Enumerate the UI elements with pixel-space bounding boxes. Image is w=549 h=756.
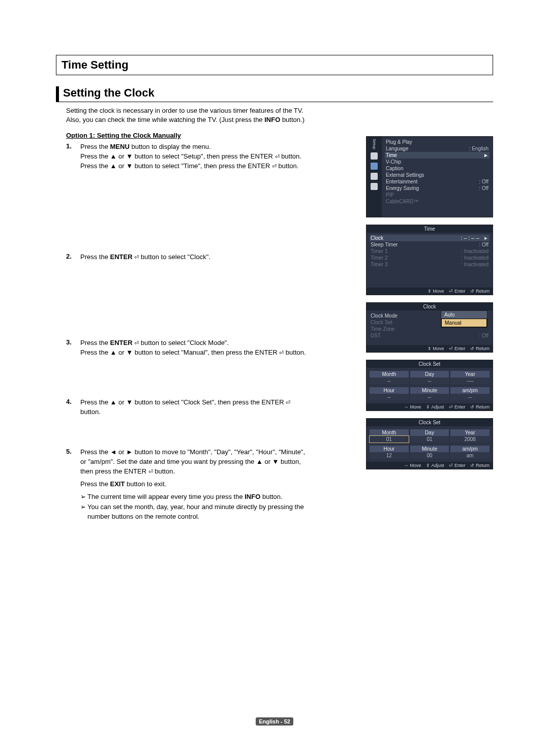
chevron-right-icon: ►: [483, 235, 489, 241]
sidebar-icon: [371, 152, 378, 160]
footer-hint: ↺ Return: [470, 404, 490, 410]
clockset-value[interactable]: --: [450, 394, 490, 400]
osd-clockset-filled: Clock Set Month01Day01Year2008 Hour12Min…: [366, 418, 493, 469]
enter-icon: ⏎: [286, 399, 290, 407]
popup-option-manual[interactable]: Manual: [441, 319, 487, 327]
menu-row[interactable]: Time►: [385, 152, 490, 159]
menu-row[interactable]: Caption: [385, 165, 490, 172]
step-3: 3. Press the ENTER ⏎ button to select "C…: [66, 338, 310, 358]
menu-row[interactable]: Sleep Timer: Off: [370, 241, 490, 248]
clockset-label: Day: [410, 371, 449, 377]
clockset-value[interactable]: 2008: [450, 436, 490, 443]
step-2: 2. Press the ENTER ⏎ button to select "C…: [66, 253, 310, 262]
clockset-label: Year: [450, 429, 490, 436]
clockset-label: Month: [370, 371, 409, 377]
menu-row[interactable]: CableCARD™: [385, 198, 490, 205]
menu-row[interactable]: External Settings: [385, 172, 490, 178]
sidebar-icon: [371, 173, 378, 180]
enter-icon: ⏎: [134, 254, 139, 262]
clockset-value[interactable]: 00: [410, 452, 449, 459]
enter-icon: ⏎: [275, 153, 280, 161]
osd-time-menu: Time Clock: -- : -- --►Sleep Timer: OffT…: [366, 225, 493, 295]
clockset-value[interactable]: 12: [370, 452, 409, 459]
page-title: Time Setting: [56, 55, 493, 75]
menu-row[interactable]: Timer 3: Inactivated: [370, 261, 490, 268]
footer-hint: ⏎ Enter: [449, 346, 465, 351]
menu-row[interactable]: Entertainment: Off: [385, 178, 490, 185]
clockset-value[interactable]: --: [410, 394, 449, 400]
setup-side-label: Setup: [372, 139, 377, 149]
clockset-value[interactable]: ----: [450, 377, 490, 384]
bullet-icon: ➢: [80, 502, 87, 512]
enter-icon: ⏎: [134, 339, 139, 348]
menu-row[interactable]: Plug & Play: [385, 139, 490, 145]
clockset-label: am/pm: [450, 446, 490, 452]
footer-hint: ⇕ Move: [428, 289, 444, 294]
enter-icon: ⏎: [272, 163, 277, 171]
clockset-value[interactable]: --: [410, 377, 449, 384]
clockset-value[interactable]: am: [450, 452, 490, 459]
clockset-label: am/pm: [450, 387, 490, 394]
menu-row[interactable]: Timer 1: Inactivated: [370, 248, 490, 255]
clockset-label: Minute: [410, 387, 449, 394]
clockset-value[interactable]: --: [370, 394, 409, 400]
footer-hint: ⏎ Enter: [449, 404, 465, 410]
clock-mode-popup[interactable]: Auto Manual: [441, 310, 487, 328]
clockset-label: Month: [370, 429, 409, 436]
footer-hint: ↔ Move: [404, 463, 421, 468]
footer-hint: ⇕ Adjust: [426, 404, 444, 410]
step-4: 4. Press the ▲ or ▼ button to select "Cl…: [66, 398, 310, 417]
menu-row[interactable]: Energy Saving: Off: [385, 185, 490, 192]
footer-hint: ⏎ Enter: [449, 289, 465, 294]
clockset-value[interactable]: 01: [410, 436, 449, 443]
osd-clockset-blank: Clock Set Month--Day--Year---- Hour--Min…: [366, 360, 493, 411]
sidebar-icon: [371, 183, 378, 190]
clockset-label: Hour: [370, 387, 409, 394]
footer-hint: ↺ Return: [470, 346, 490, 351]
clockset-label: Hour: [370, 446, 409, 452]
footer-hint: ↺ Return: [470, 463, 490, 468]
clockset-value[interactable]: --: [370, 377, 409, 384]
menu-row[interactable]: Language: English: [385, 145, 490, 152]
section-title: Setting the Clock: [56, 86, 493, 102]
intro-line-2: Also, you can check the time while watch…: [66, 115, 493, 124]
osd-setup-menu: Setup Plug & PlayLanguage: EnglishTime►V…: [366, 136, 493, 217]
footer-hint: ⇕ Move: [428, 346, 444, 351]
enter-icon: ⏎: [279, 349, 284, 357]
popup-option-auto[interactable]: Auto: [441, 311, 487, 319]
menu-row[interactable]: PIP: [385, 192, 490, 198]
osd-clock-menu: Clock Auto Manual Clock ModeClock SetTim…: [366, 302, 493, 353]
step-1: 1. Press the MENU button to display the …: [66, 142, 310, 171]
menu-row[interactable]: Timer 2: Inactivated: [370, 255, 490, 261]
menu-row[interactable]: DST: Off: [370, 332, 490, 339]
clockset-label: Minute: [410, 446, 449, 452]
footer-hint: ⏎ Enter: [449, 463, 465, 468]
step-5: 5. Press the ◄ or ► button to move to "M…: [66, 448, 310, 522]
intro-line-1: Setting the clock is necessary in order …: [66, 106, 493, 115]
bullet-icon: ➢: [80, 492, 87, 502]
clockset-label: Day: [410, 429, 449, 436]
menu-row[interactable]: V-Chip: [385, 159, 490, 165]
footer-hint: ⇕ Adjust: [426, 463, 444, 468]
page-footer: English - 52: [244, 716, 305, 726]
footer-hint: ↺ Return: [470, 289, 490, 294]
footer-hint: ↔ Move: [404, 404, 421, 410]
sidebar-icon: [371, 163, 378, 170]
clockset-value[interactable]: 01: [370, 436, 409, 443]
enter-icon: ⏎: [148, 468, 153, 476]
clockset-label: Year: [450, 371, 490, 377]
menu-row[interactable]: Clock: -- : -- --►: [370, 235, 490, 241]
